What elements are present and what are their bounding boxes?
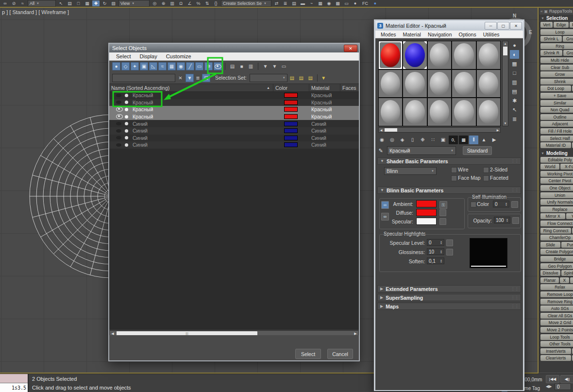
rt-button-y[interactable]: Y	[570, 277, 573, 283]
named-selection-set-dropdown[interactable]: Create Selection Se▼	[221, 0, 271, 7]
self-illumination-color-checkbox[interactable]	[471, 202, 476, 207]
remove-from-set-icon[interactable]: ▤	[306, 74, 315, 82]
rt-button-x-for[interactable]: X-For	[560, 164, 573, 170]
rt-button-mirror-x[interactable]: Mirror X	[540, 213, 565, 219]
viewport-label[interactable]: p ] [ Standard ] [ Wireframe ]	[2, 9, 69, 15]
close-button[interactable]: ✕	[510, 22, 522, 30]
material-map-navigator-icon[interactable]: ≣	[510, 115, 519, 123]
schematic-view-icon[interactable]: ▦	[317, 0, 324, 6]
layer-manager-icon[interactable]: ▤	[290, 0, 298, 6]
rt-button-shrink[interactable]: Shrink	[540, 79, 573, 85]
table-row[interactable]: СинийСиний	[109, 127, 359, 135]
rt-button-shrink-r[interactable]: Shrink R	[540, 50, 562, 56]
spinner-snap-icon[interactable]: ⇅	[203, 0, 211, 6]
section-modeling[interactable]: ▼Modeling	[539, 150, 573, 157]
filter-icon[interactable]: ▼	[270, 62, 279, 70]
table-row[interactable]: КрасныйКрасный	[109, 113, 359, 120]
rt-button-fill-fill-hole[interactable]: Fill / Fill Hole	[540, 128, 573, 134]
align-icon[interactable]: ≣	[282, 0, 289, 6]
rt-button-non-quad[interactable]: Non Quad	[540, 107, 573, 113]
rt-button-working-pivot[interactable]: Working Pivot	[540, 171, 573, 177]
sample-slot-10[interactable]	[477, 70, 500, 98]
select-object-icon[interactable]: ↖	[57, 0, 65, 6]
lock-ambient-diffuse-icon[interactable]: ∞	[381, 201, 389, 209]
select-and-move-icon[interactable]: ✚	[92, 0, 100, 6]
maxscript-mini-listener[interactable]: 1s3.5	[0, 374, 29, 392]
scrollbar-thumb[interactable]	[385, 128, 397, 132]
backlight-icon[interactable]: ◐	[510, 50, 519, 59]
minimize-button[interactable]: ─	[485, 22, 497, 30]
rt-button-planar[interactable]: Planar	[540, 277, 559, 283]
rt-button-center-pivot[interactable]: Center Pivot	[540, 178, 573, 184]
menu-modes[interactable]: Modes	[377, 32, 400, 37]
rt-button-similar[interactable]: Similar	[540, 100, 573, 106]
material-name-dropdown[interactable]: Красный ▼	[387, 146, 456, 155]
rt-button-geo-polygon[interactable]: Geo Polygon	[540, 263, 573, 269]
scroll-left-icon[interactable]: ◀	[379, 128, 384, 132]
search-input[interactable]	[112, 74, 175, 82]
rt-button-remove-loop[interactable]: Remove Loop	[540, 291, 573, 297]
rt-button-unify-normals[interactable]: Unify Normals	[540, 199, 573, 205]
delete-material-icon[interactable]: ▯	[408, 136, 417, 144]
self-illumination-spinner[interactable]: 0▲▼	[493, 201, 509, 207]
shader-type-dropdown[interactable]: Blinn ▼	[384, 167, 437, 175]
specular-level-spinner[interactable]: 0▲▼	[427, 239, 444, 246]
make-preview-icon[interactable]: ▤	[510, 87, 519, 96]
scrollbar-thumb[interactable]	[503, 47, 507, 55]
table-row[interactable]: СинийСиний	[109, 120, 359, 127]
display-influences-icon[interactable]: ▥	[247, 62, 255, 70]
table-row[interactable]: КрасныйКрасный	[109, 92, 359, 99]
rt-button-other-tools[interactable]: Other Tools	[540, 341, 573, 347]
slots-hscrollbar[interactable]: ◀ ▶	[378, 127, 501, 133]
angle-snap-icon[interactable]: ∠	[186, 0, 193, 6]
bind-to-space-warp-icon[interactable]: ≈	[19, 0, 26, 6]
display-selectable-icon[interactable]: ▭	[195, 62, 203, 70]
edit-named-selection-sets-icon[interactable]: {}	[212, 0, 219, 6]
background-icon[interactable]: ▦	[510, 59, 519, 68]
rt-button-fa[interactable]: Fa	[570, 22, 573, 28]
clone-material-icon[interactable]: ∷	[428, 136, 438, 144]
glossiness-spinner[interactable]: 10▲▼	[427, 248, 444, 255]
select-and-manipulate-icon[interactable]: ⊕	[160, 0, 167, 6]
column-material[interactable]: Material	[309, 84, 340, 91]
rt-button-editable-poly[interactable]: Editable Poly	[540, 157, 573, 163]
rt-button-material-id[interactable]: Material ID	[540, 142, 571, 148]
rt-button-edge[interactable]: Edge	[554, 22, 568, 28]
select-objects-titlebar[interactable]: Select Objects ✕	[109, 44, 359, 52]
frame-spinner[interactable]: ◀▶	[546, 384, 552, 389]
two-sided-checkbox[interactable]	[483, 167, 489, 173]
scroll-up-icon[interactable]: ▲	[503, 41, 508, 46]
sample-slot-15[interactable]	[477, 98, 500, 126]
display-shapes-icon[interactable]: ◇	[121, 62, 130, 70]
supersampling-rollout[interactable]: ▶SuperSampling⋮⋮	[377, 294, 521, 301]
render-setup-icon[interactable]: ▩	[334, 0, 341, 6]
sample-slot-12[interactable]	[403, 98, 426, 126]
save-to-library-icon[interactable]: ▣	[438, 136, 448, 144]
eye-cell[interactable]	[116, 101, 125, 104]
rt-button-clear-all-sgs[interactable]: Clear All SGs	[540, 313, 573, 319]
eye-cell[interactable]	[116, 114, 125, 119]
pick-material-icon[interactable]: ✎	[377, 147, 384, 154]
rt-button--save[interactable]: + Save	[540, 93, 573, 99]
rt-button-y[interactable]: Y	[566, 213, 573, 219]
wire-checkbox[interactable]	[451, 167, 457, 173]
rt-button-slide[interactable]: Slide	[540, 242, 560, 248]
create-selection-set-icon[interactable]: ▤	[288, 74, 296, 82]
selection-set-dropdown[interactable]: ▼	[250, 74, 287, 82]
self-illumination-map-button[interactable]	[511, 201, 518, 208]
video-color-check-icon[interactable]: ▥	[510, 78, 519, 86]
keyboard-shortcut-toggle-icon[interactable]: ▥	[169, 0, 176, 6]
rt-button-chamferop[interactable]: ChamferOp	[540, 235, 573, 240]
ambient-color-swatch[interactable]	[416, 200, 437, 207]
layer-view-icon[interactable]: ≣	[194, 74, 202, 82]
rt-button-ring[interactable]: Ring	[540, 43, 573, 49]
table-row[interactable]: КрасныйКрасный	[109, 106, 359, 113]
show-map-in-viewport-icon[interactable]: ▦	[459, 136, 468, 144]
rt-button-outline[interactable]: Outline	[540, 114, 573, 120]
selection-filter-dropdown[interactable]: All▼	[28, 0, 56, 7]
menu-display[interactable]: Display	[136, 53, 161, 59]
rt-button-vert[interactable]: Vert	[540, 22, 553, 28]
rt-button-union[interactable]: Union	[540, 192, 573, 198]
menu-navigation[interactable]: Navigation	[424, 32, 455, 37]
opacity-spinner[interactable]: 100▲▼	[494, 217, 510, 223]
